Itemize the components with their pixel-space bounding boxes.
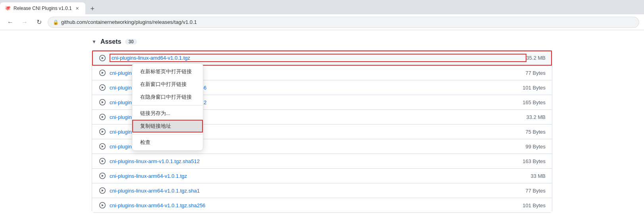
asset-row: cni-plugins-linux-amd64-v1.0.1.tgz35.2 M… xyxy=(92,51,552,66)
package-icon xyxy=(98,201,106,209)
collapse-triangle[interactable]: ▼ xyxy=(92,39,96,45)
url-text: github.com/containernetworking/plugins/r… xyxy=(61,19,634,25)
back-button[interactable]: ← xyxy=(5,17,16,28)
navigation-bar: ← → ↻ 🔒 github.com/containernetworking/p… xyxy=(0,14,644,30)
context-menu-item-open-new-window[interactable]: 在新窗口中打开链接 xyxy=(132,78,203,91)
package-icon xyxy=(98,113,106,121)
asset-size: 33.2 MB xyxy=(526,114,546,120)
package-icon xyxy=(98,54,106,62)
asset-size: 99 Bytes xyxy=(525,144,546,150)
package-icon xyxy=(98,98,106,106)
asset-size: 165 Bytes xyxy=(523,99,546,105)
context-menu-item-inspect[interactable]: 检查 xyxy=(132,136,203,149)
package-icon xyxy=(98,128,106,136)
page-content: ▼ Assets 30 cni-plugins-linux-amd64-v1.0… xyxy=(0,30,644,216)
asset-link[interactable]: cni-plugins-linux-arm64-v1.0.1.tgz.sha1 xyxy=(110,188,525,194)
asset-size: 77 Bytes xyxy=(525,188,546,194)
asset-row: cni-plugins-linux-arm64-v1.0.1.tgz33 MB xyxy=(92,169,552,183)
tab-close-button[interactable]: ✕ xyxy=(74,5,81,12)
assets-title: Assets xyxy=(100,38,121,45)
asset-link[interactable]: cni-plugins-linux-amd64-v1.0.1.tgz xyxy=(110,54,526,62)
address-bar[interactable]: 🔒 github.com/containernetworking/plugins… xyxy=(48,17,639,28)
package-icon xyxy=(98,187,106,195)
asset-list: cni-plugins-linux-amd64-v1.0.1.tgz35.2 M… xyxy=(92,50,552,213)
tab-label: Release CNI Plugins v1.0.1 xyxy=(13,6,72,11)
context-menu-item-open-incognito[interactable]: 在隐身窗口中打开链接 xyxy=(132,91,203,103)
package-icon xyxy=(98,157,106,165)
active-tab[interactable]: 🐙 Release CNI Plugins v1.0.1 ✕ xyxy=(0,2,85,14)
context-menu-divider xyxy=(132,105,203,105)
reload-button[interactable]: ↻ xyxy=(33,17,44,28)
context-menu-item-save-link-as[interactable]: 链接另存为... xyxy=(132,107,203,120)
package-icon xyxy=(98,69,106,77)
asset-link[interactable]: cni-plugins-linux-arm-v1.0.1.tgz.sha512 xyxy=(110,158,523,164)
asset-size: 33 MB xyxy=(530,173,546,179)
asset-size: 75 Bytes xyxy=(525,129,546,135)
context-menu-item-copy-link-address[interactable]: 复制链接地址 xyxy=(132,120,203,132)
tab-favicon: 🐙 xyxy=(5,5,11,12)
forward-button[interactable]: → xyxy=(19,17,30,28)
context-menu: 在新标签页中打开链接在新窗口中打开链接在隐身窗口中打开链接链接另存为...复制链… xyxy=(132,63,203,151)
asset-link[interactable]: cni-plugins-linux-arm64-v1.0.1.tgz.sha25… xyxy=(110,202,523,208)
assets-count: 30 xyxy=(125,39,137,45)
content-area: ▼ Assets 30 cni-plugins-linux-amd64-v1.0… xyxy=(84,30,560,216)
asset-row: cni-plugins-linux-arm64-v1.0.1.tgz.sha17… xyxy=(92,183,552,198)
assets-header: ▼ Assets 30 xyxy=(92,38,552,45)
asset-row: cni-plugins-linux-arm-v1.0.1.tgz.sha5121… xyxy=(92,154,552,169)
package-icon xyxy=(98,172,106,180)
asset-row: cni-plugins-linux-arm64-v1.0.1.tgz.sha25… xyxy=(92,198,552,212)
context-menu-divider xyxy=(132,134,203,134)
context-menu-item-open-new-tab[interactable]: 在新标签页中打开链接 xyxy=(132,65,203,78)
package-icon xyxy=(98,84,106,91)
package-icon xyxy=(98,142,106,150)
lock-icon: 🔒 xyxy=(53,19,59,25)
browser-chrome: 🐙 Release CNI Plugins v1.0.1 ✕ + ← → ↻ 🔒… xyxy=(0,0,644,216)
tab-bar: 🐙 Release CNI Plugins v1.0.1 ✕ + xyxy=(0,0,644,14)
asset-size: 101 Bytes xyxy=(523,202,546,208)
new-tab-button[interactable]: + xyxy=(87,3,98,14)
asset-link[interactable]: cni-plugins-linux-arm64-v1.0.1.tgz xyxy=(110,173,530,179)
asset-size: 35.2 MB xyxy=(526,55,546,61)
asset-size: 163 Bytes xyxy=(523,158,546,164)
asset-size: 101 Bytes xyxy=(523,85,546,91)
asset-size: 77 Bytes xyxy=(525,70,546,76)
